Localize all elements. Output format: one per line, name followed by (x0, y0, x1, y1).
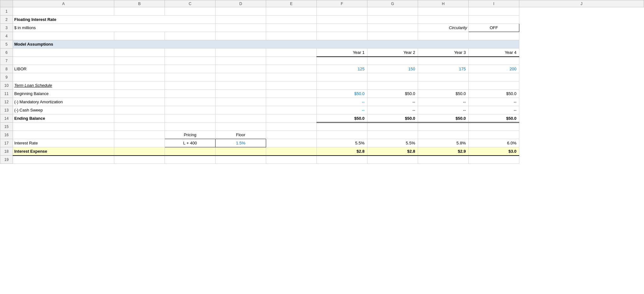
row-num-14: 14 (0, 114, 13, 123)
cell-j1 (469, 7, 519, 16)
cell-j9 (469, 73, 519, 81)
cell-b14-end-balance: Ending Balance (13, 114, 114, 123)
cell-c15 (114, 123, 165, 131)
row-num-16: 16 (0, 131, 13, 139)
cell-b6 (13, 48, 114, 57)
cell-i11-beg3: $50.0 (418, 90, 469, 98)
cell-c12 (114, 98, 165, 106)
cell-b18-interest-expense: Interest Expense (13, 147, 114, 156)
cell-i14-end3: $50.0 (418, 114, 469, 123)
cell-i9 (418, 73, 469, 81)
row-num-19: 19 (0, 156, 13, 164)
cell-g8-libor1[interactable]: 125 (317, 65, 367, 73)
cell-i19 (418, 156, 469, 164)
cell-c18 (114, 147, 165, 156)
cell-j3-off[interactable]: OFF (469, 24, 519, 32)
cell-i18-expense3: $2.9 (418, 147, 469, 156)
col-header-h[interactable]: H (418, 0, 469, 7)
cell-j15 (469, 123, 519, 131)
cell-i10 (418, 81, 469, 90)
cell-f8 (266, 65, 317, 73)
cell-h8-libor2[interactable]: 150 (367, 65, 418, 73)
cell-f12 (266, 98, 317, 106)
row-num-5: 5 (0, 40, 13, 48)
cell-b15 (13, 123, 114, 131)
cell-j12-mand4: -- (469, 98, 519, 106)
cell-e12 (216, 98, 266, 106)
cell-i12-mand3: -- (418, 98, 469, 106)
col-header-b[interactable]: B (114, 0, 165, 7)
row-num-6: 6 (0, 48, 13, 57)
row-9: 9 (0, 73, 644, 81)
cell-d12 (165, 98, 216, 106)
col-header-g[interactable]: G (367, 0, 418, 7)
cell-b7 (13, 57, 114, 65)
row-num-8: 8 (0, 65, 13, 73)
col-header-i[interactable]: I (469, 0, 519, 7)
col-header-j[interactable]: J (519, 0, 644, 7)
row-num-2: 2 (0, 16, 13, 24)
cell-e15 (216, 123, 266, 131)
cell-i4 (418, 32, 469, 40)
cell-h2 (367, 16, 418, 24)
cell-g7 (317, 57, 367, 65)
cell-h11-beg2: $50.0 (367, 90, 418, 98)
cell-i6-year3: Year 3 (418, 48, 469, 57)
cell-f1 (266, 7, 317, 16)
col-header-d[interactable]: D (216, 0, 266, 7)
cell-b17-interest-rate: Interest Rate (13, 139, 114, 147)
cell-f3 (266, 24, 317, 32)
cell-j11-beg4: $50.0 (469, 90, 519, 98)
cell-c6 (114, 48, 165, 57)
cell-j6-year4: Year 4 (469, 48, 519, 57)
cell-g9 (317, 73, 367, 81)
cell-d7 (165, 57, 216, 65)
cell-d10 (165, 81, 216, 90)
col-header-f[interactable]: F (317, 0, 367, 7)
cell-b3: $ in millions (13, 24, 216, 32)
cell-g10 (317, 81, 367, 90)
cell-i13-sweep3: -- (418, 106, 469, 114)
cell-i2 (418, 16, 469, 24)
cell-f2 (266, 16, 317, 24)
cell-j8-libor4[interactable]: 200 (469, 65, 519, 73)
cell-h10 (367, 81, 418, 90)
cell-j7 (469, 57, 519, 65)
cell-d1 (165, 7, 216, 16)
cell-f6 (266, 48, 317, 57)
cell-f11 (266, 90, 317, 98)
col-header-a[interactable]: A (13, 0, 114, 7)
cell-e17-floor[interactable]: 1.5% (216, 139, 266, 147)
cell-f19 (266, 156, 317, 164)
row-8: 8 LIBOR 125 150 175 200 (0, 65, 644, 73)
cell-h6-year2: Year 2 (367, 48, 418, 57)
cell-h9 (367, 73, 418, 81)
cell-d9 (165, 73, 216, 81)
cell-c1 (114, 7, 165, 16)
row-16: 16 Pricing Floor (0, 131, 644, 139)
cell-i3-circularity: Circularity (418, 24, 469, 32)
cell-i7 (418, 57, 469, 65)
cell-d17-pricing[interactable]: L + 400 (165, 139, 216, 147)
cell-b11-beg-balance: Beginning Balance (13, 90, 114, 98)
cell-e14 (216, 114, 266, 123)
cell-g13-sweep1: -- (317, 106, 367, 114)
cell-g17-rate1: 5.5% (317, 139, 367, 147)
cell-d11 (165, 90, 216, 98)
col-header-c[interactable]: C (165, 0, 216, 7)
cell-i8-libor3[interactable]: 175 (418, 65, 469, 73)
row-6: 6 Year 1 Year 2 Year 3 Year 4 (0, 48, 644, 57)
cell-i16 (418, 131, 469, 139)
cell-f10 (266, 81, 317, 90)
cell-e8 (216, 65, 266, 73)
cell-b16 (13, 131, 114, 139)
row-num-7: 7 (0, 57, 13, 65)
col-header-e[interactable]: E (266, 0, 317, 7)
column-header-row: A B C D E F G H I J (0, 0, 644, 7)
cell-d4 (165, 32, 216, 40)
cell-f14 (266, 114, 317, 123)
row-10: 10 Term Loan Schedule (0, 81, 644, 90)
cell-i17-rate3: 5.8% (418, 139, 469, 147)
cell-i15 (418, 123, 469, 131)
cell-c7 (114, 57, 165, 65)
